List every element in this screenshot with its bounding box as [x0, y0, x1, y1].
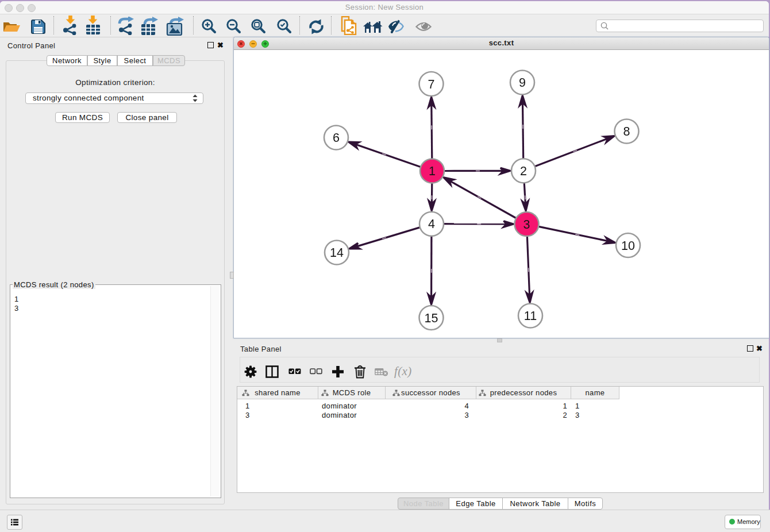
svg-text:14: 14 — [330, 246, 344, 260]
svg-text:3: 3 — [523, 218, 530, 232]
svg-text:15: 15 — [425, 311, 438, 325]
svg-text:4: 4 — [428, 217, 435, 231]
svg-text:6: 6 — [333, 131, 340, 145]
svg-text:10: 10 — [621, 239, 635, 253]
svg-text:2: 2 — [520, 164, 527, 178]
svg-text:1: 1 — [429, 164, 436, 178]
svg-text:8: 8 — [623, 125, 630, 138]
svg-text:9: 9 — [519, 76, 526, 90]
svg-text:7: 7 — [428, 78, 435, 91]
svg-text:11: 11 — [524, 309, 537, 323]
